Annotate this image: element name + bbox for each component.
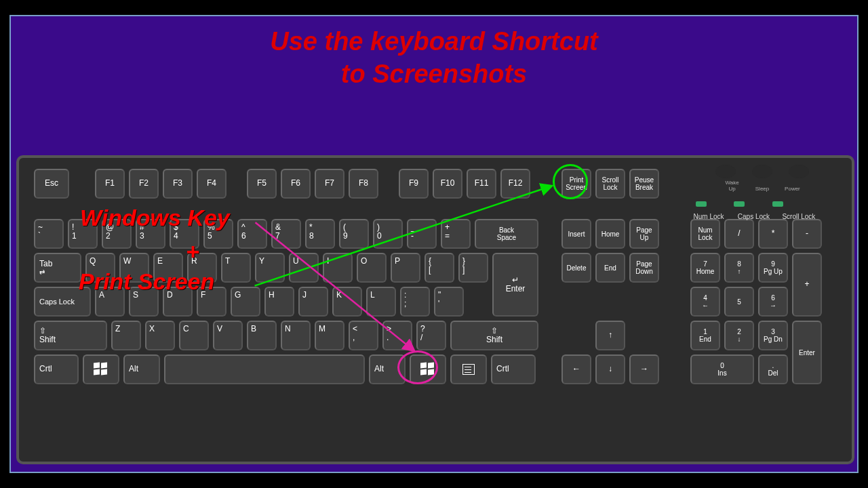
- key-period[interactable]: >.: [382, 321, 412, 350]
- key-num8[interactable]: 8 ↑: [724, 253, 754, 283]
- key-9[interactable]: (9: [339, 219, 369, 249]
- key-f9[interactable]: F9: [399, 169, 429, 199]
- key-rshift[interactable]: ⇧ Shift: [450, 321, 538, 350]
- key-numenter[interactable]: Enter: [792, 321, 822, 384]
- key-o[interactable]: O: [357, 253, 387, 283]
- key-right[interactable]: →: [629, 354, 659, 384]
- key-f12[interactable]: F12: [500, 169, 530, 199]
- key-num1[interactable]: 1 End: [690, 321, 720, 350]
- key-h[interactable]: H: [264, 287, 294, 317]
- key-f10[interactable]: F10: [433, 169, 462, 199]
- indicator-area: Wake Up Sleep Power Num Lock Caps Lock S…: [688, 165, 837, 212]
- key-v[interactable]: V: [213, 321, 243, 350]
- key-slash[interactable]: ?/: [416, 321, 446, 350]
- key-comma[interactable]: <,: [349, 321, 378, 350]
- key-rctrl[interactable]: Crtl: [491, 354, 536, 384]
- key-lshift[interactable]: ⇧ Shift: [34, 321, 107, 350]
- key-insert[interactable]: Insert: [561, 219, 591, 249]
- sleep-button-icon: [752, 165, 772, 178]
- key-numlock[interactable]: Num Lock: [690, 219, 720, 249]
- key-numadd[interactable]: +: [792, 253, 822, 317]
- key-8[interactable]: *8: [305, 219, 335, 249]
- key-f8[interactable]: F8: [349, 169, 378, 199]
- annotation-windows-key: Windows Key: [80, 205, 230, 231]
- key-j[interactable]: J: [298, 287, 328, 317]
- key-equals[interactable]: +=: [441, 219, 471, 249]
- key-lwin[interactable]: [83, 354, 119, 384]
- key-nummul[interactable]: *: [758, 219, 788, 249]
- key-backtick[interactable]: ~`: [34, 219, 64, 249]
- key-k[interactable]: K: [332, 287, 362, 317]
- key-num5[interactable]: 5: [724, 287, 754, 317]
- key-num0[interactable]: 0 Ins: [690, 354, 754, 384]
- key-delete[interactable]: Delete: [561, 253, 591, 283]
- highlight-printscreen-circle: [553, 164, 588, 199]
- key-num4[interactable]: 4 ←: [690, 287, 720, 317]
- key-0[interactable]: )0: [373, 219, 403, 249]
- key-scrolllock[interactable]: Scroll Lock: [595, 169, 625, 199]
- key-pageup[interactable]: Page Up: [629, 219, 659, 249]
- key-home[interactable]: Home: [595, 219, 625, 249]
- key-lalt[interactable]: Alt: [123, 354, 160, 384]
- highlight-winkey-circle: [397, 350, 438, 384]
- key-pagedown[interactable]: Page Down: [629, 253, 659, 283]
- key-x[interactable]: X: [145, 321, 175, 350]
- spacer: [382, 169, 395, 199]
- capslock-label: Caps Lock: [732, 213, 774, 220]
- key-minus[interactable]: _-: [407, 219, 437, 249]
- key-b[interactable]: B: [247, 321, 277, 350]
- key-f2[interactable]: F2: [129, 169, 159, 199]
- key-lctrl[interactable]: Crtl: [34, 354, 79, 384]
- key-u[interactable]: U: [289, 253, 319, 283]
- key-g[interactable]: G: [231, 287, 260, 317]
- key-f5[interactable]: F5: [247, 169, 277, 199]
- key-space[interactable]: [164, 354, 365, 384]
- scrolllock-label: Scroll Lock: [778, 213, 820, 220]
- power-label: Power: [778, 186, 806, 192]
- key-pausebreak[interactable]: Peuse Break: [629, 169, 659, 199]
- key-enter[interactable]: ↵ Enter: [492, 253, 538, 317]
- key-esc[interactable]: Esc: [34, 169, 69, 199]
- key-left[interactable]: ←: [561, 354, 591, 384]
- key-f4[interactable]: F4: [197, 169, 226, 199]
- key-num7[interactable]: 7 Home: [690, 253, 720, 283]
- key-numdiv[interactable]: /: [724, 219, 754, 249]
- key-backspace[interactable]: Back Space: [475, 219, 538, 249]
- title-line2: to Screenshots: [341, 60, 528, 88]
- key-f7[interactable]: F7: [315, 169, 344, 199]
- key-num9[interactable]: 9 Pg Up: [758, 253, 788, 283]
- key-num3[interactable]: 3 Pg Dn: [758, 321, 788, 350]
- key-l[interactable]: L: [366, 287, 396, 317]
- key-down[interactable]: ↓: [595, 354, 625, 384]
- key-semicolon[interactable]: :;: [400, 287, 430, 317]
- key-f11[interactable]: F11: [467, 169, 496, 199]
- key-6[interactable]: ^6: [237, 219, 267, 249]
- key-num6[interactable]: 6 →: [758, 287, 788, 317]
- title: Use the keyboard Shortcut to Screenshots: [11, 26, 857, 90]
- windows-icon: [94, 363, 108, 376]
- key-t[interactable]: T: [221, 253, 251, 283]
- spacer: [73, 169, 91, 199]
- key-tab[interactable]: Tab⇄: [34, 253, 81, 283]
- key-up[interactable]: ↑: [595, 321, 625, 350]
- key-rbracket[interactable]: }]: [458, 253, 488, 283]
- key-m[interactable]: M: [315, 321, 344, 350]
- key-y[interactable]: Y: [255, 253, 285, 283]
- key-f1[interactable]: F1: [95, 169, 125, 199]
- key-f3[interactable]: F3: [163, 169, 193, 199]
- key-numsub[interactable]: -: [792, 219, 822, 249]
- key-7[interactable]: &7: [271, 219, 301, 249]
- key-quote[interactable]: "': [434, 287, 464, 317]
- title-line1: Use the keyboard Shortcut: [270, 27, 598, 56]
- key-end[interactable]: End: [595, 253, 625, 283]
- key-c[interactable]: C: [179, 321, 209, 350]
- key-lbracket[interactable]: {[: [425, 253, 454, 283]
- key-f6[interactable]: F6: [281, 169, 311, 199]
- key-i[interactable]: I: [323, 253, 353, 283]
- key-menu[interactable]: [450, 354, 487, 384]
- key-z[interactable]: Z: [111, 321, 141, 350]
- key-numdot[interactable]: . Del: [758, 354, 788, 384]
- key-n[interactable]: N: [281, 321, 311, 350]
- key-num2[interactable]: 2 ↓: [724, 321, 754, 350]
- key-p[interactable]: P: [391, 253, 420, 283]
